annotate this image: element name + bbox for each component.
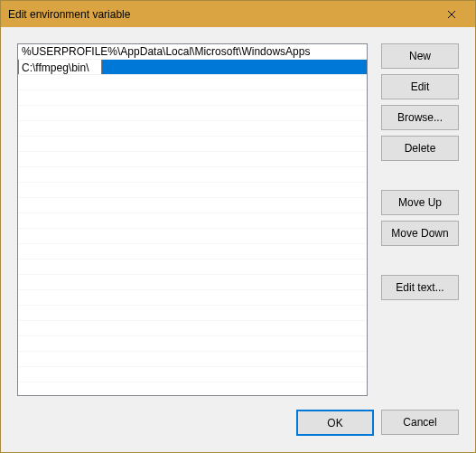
spacer bbox=[381, 166, 459, 184]
list-item-empty[interactable] bbox=[18, 321, 367, 336]
dialog-content: %USERPROFILE%\AppData\Local\Microsoft\Wi… bbox=[1, 27, 475, 452]
list-item-empty[interactable] bbox=[18, 213, 367, 229]
move-down-button[interactable]: Move Down bbox=[381, 221, 459, 246]
ok-button[interactable]: OK bbox=[296, 410, 374, 436]
list-item-empty[interactable] bbox=[18, 260, 367, 275]
list-item-empty[interactable] bbox=[18, 352, 367, 367]
list-item-empty[interactable] bbox=[18, 106, 367, 121]
list-item-empty[interactable] bbox=[18, 367, 367, 382]
list-item-empty[interactable] bbox=[18, 229, 367, 244]
list-item-empty[interactable] bbox=[18, 75, 367, 90]
spacer bbox=[381, 251, 459, 269]
list-item-editing[interactable] bbox=[18, 60, 367, 75]
close-button[interactable] bbox=[431, 2, 471, 26]
close-icon bbox=[447, 10, 456, 19]
bottom-bar: OK Cancel bbox=[17, 410, 459, 436]
list-item-empty[interactable] bbox=[18, 152, 367, 167]
main-area: %USERPROFILE%\AppData\Local\Microsoft\Wi… bbox=[17, 43, 459, 397]
list-item-empty[interactable] bbox=[18, 167, 367, 183]
list-item-empty[interactable] bbox=[18, 90, 367, 106]
edit-button[interactable]: Edit bbox=[381, 74, 459, 99]
list-item-empty[interactable] bbox=[18, 121, 367, 137]
list-item-empty[interactable] bbox=[18, 183, 367, 198]
path-edit-input[interactable] bbox=[18, 60, 102, 75]
cancel-button[interactable]: Cancel bbox=[381, 410, 459, 435]
new-button[interactable]: New bbox=[381, 43, 459, 69]
list-item-empty[interactable] bbox=[18, 137, 367, 152]
path-listbox[interactable]: %USERPROFILE%\AppData\Local\Microsoft\Wi… bbox=[17, 43, 368, 396]
dialog-window: Edit environment variable %USERPROFILE%\… bbox=[0, 0, 476, 453]
list-item-empty[interactable] bbox=[18, 336, 367, 352]
window-title: Edit environment variable bbox=[8, 8, 130, 21]
selection-highlight bbox=[102, 60, 367, 74]
button-column: New Edit Browse... Delete Move Up Move D… bbox=[381, 43, 459, 397]
list-item[interactable]: %USERPROFILE%\AppData\Local\Microsoft\Wi… bbox=[18, 44, 367, 60]
list-item-empty[interactable] bbox=[18, 306, 367, 321]
move-up-button[interactable]: Move Up bbox=[381, 190, 459, 215]
browse-button[interactable]: Browse... bbox=[381, 105, 459, 130]
list-item-empty[interactable] bbox=[18, 275, 367, 290]
delete-button[interactable]: Delete bbox=[381, 136, 459, 161]
edit-text-button[interactable]: Edit text... bbox=[381, 275, 459, 300]
list-item-empty[interactable] bbox=[18, 244, 367, 260]
titlebar: Edit environment variable bbox=[1, 1, 475, 27]
list-item-empty[interactable] bbox=[18, 198, 367, 213]
list-item-empty[interactable] bbox=[18, 290, 367, 306]
